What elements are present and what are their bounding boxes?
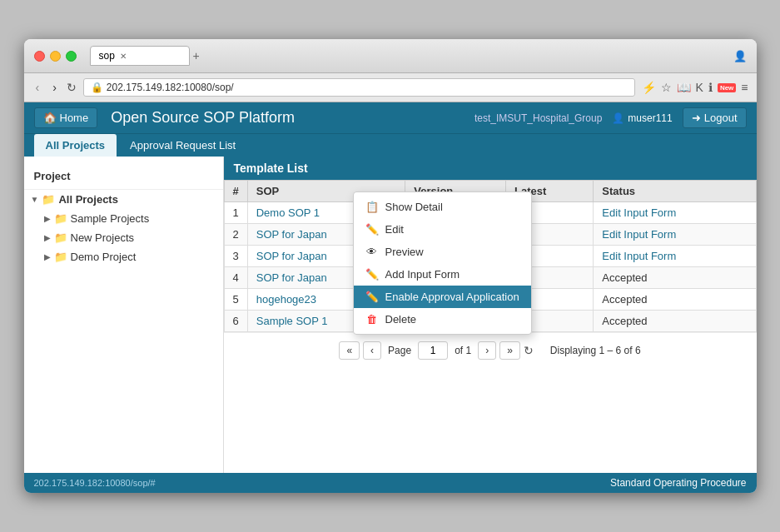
context-menu-item[interactable]: ✏️ Enable Approval Application bbox=[354, 286, 531, 308]
tab-approval-request[interactable]: Approval Request List bbox=[118, 134, 247, 157]
folder-icon: 📁 bbox=[42, 193, 55, 206]
maximize-button[interactable] bbox=[66, 51, 77, 62]
tree-item-sample-projects[interactable]: ▶ 📁 Sample Projects bbox=[24, 209, 223, 228]
close-button[interactable] bbox=[34, 51, 45, 62]
status-url: 202.175.149.182:10080/sop/# bbox=[34, 478, 156, 488]
app-header: 🏠 Home Open Source SOP Platform test_IMS… bbox=[24, 102, 757, 157]
group-name: test_IMSUT_Hospital_Group bbox=[474, 112, 602, 124]
user-name-display: 👤 muser111 bbox=[612, 112, 672, 124]
context-menu-item[interactable]: 🗑 Delete bbox=[354, 308, 531, 331]
logout-button[interactable]: ➜ Logout bbox=[683, 107, 747, 128]
status-label: Standard Operating Procedure bbox=[610, 477, 746, 489]
menu-item-icon: ✏️ bbox=[365, 268, 379, 281]
title-bar: sop ✕ + 👤 bbox=[24, 39, 757, 73]
page-label: Page bbox=[388, 345, 411, 356]
display-info: Displaying 1 – 6 of 6 bbox=[550, 345, 641, 356]
folder-icon-demo: 📁 bbox=[54, 251, 67, 263]
address-bar: ‹ › ↻ 🔒 202.175.149.182:10080/sop/ ⚡ ☆ 📖… bbox=[24, 73, 757, 102]
col-num: # bbox=[224, 181, 247, 202]
kaspersky-icon[interactable]: K bbox=[696, 81, 703, 94]
tab-close-icon[interactable]: ✕ bbox=[120, 52, 127, 61]
main-content: Project ▼ 📁 All Projects ▶ 📁 Sample Proj… bbox=[24, 157, 757, 473]
menu-item-icon: ✏️ bbox=[365, 291, 379, 303]
star-icon[interactable]: ☆ bbox=[661, 81, 672, 94]
menu-item-icon: 👁 bbox=[365, 246, 379, 258]
user-icon-title: 👤 bbox=[733, 50, 747, 62]
menu-icon[interactable]: ≡ bbox=[741, 81, 748, 94]
tab-title: sop bbox=[99, 50, 115, 62]
context-menu-item[interactable]: ✏️ Edit bbox=[354, 218, 531, 241]
new-badge: New bbox=[718, 83, 736, 92]
refresh-icon[interactable]: ↻ bbox=[524, 344, 534, 357]
menu-item-label: Enable Approval Application bbox=[385, 291, 519, 303]
context-menu-item[interactable]: 👁 Preview bbox=[354, 241, 531, 263]
menu-item-label: Show Detail bbox=[385, 201, 443, 213]
toolbar-icons: ⚡ ☆ 📖 K ℹ New ≡ bbox=[642, 81, 748, 94]
home-icon: 🏠 bbox=[43, 112, 57, 124]
home-button[interactable]: 🏠 Home bbox=[34, 107, 98, 128]
logout-icon: ➜ bbox=[692, 112, 701, 124]
cell-num: 5 bbox=[224, 289, 247, 311]
first-page-button[interactable]: « bbox=[339, 341, 360, 360]
folder-icon-sample: 📁 bbox=[54, 212, 67, 225]
tab-bar: sop ✕ + bbox=[90, 46, 727, 66]
cell-status[interactable]: Accepted bbox=[594, 289, 756, 311]
tree-item-all-projects[interactable]: ▼ 📁 All Projects bbox=[24, 190, 223, 209]
menu-item-icon: 🗑 bbox=[365, 313, 379, 326]
cell-status[interactable]: Edit Input Form bbox=[594, 246, 756, 267]
cell-num: 3 bbox=[224, 246, 247, 267]
traffic-lights bbox=[34, 51, 77, 62]
cell-status[interactable]: Edit Input Form bbox=[594, 202, 756, 224]
menu-item-label: Preview bbox=[385, 246, 424, 258]
tree-arrow-right-demo: ▶ bbox=[44, 252, 51, 261]
cell-status[interactable]: Accepted bbox=[594, 311, 756, 332]
app-nav: 🏠 Home Open Source SOP Platform test_IMS… bbox=[24, 102, 757, 133]
menu-item-icon: 📋 bbox=[365, 201, 379, 213]
cell-status[interactable]: Accepted bbox=[594, 267, 756, 289]
lock-icon: 🔒 bbox=[91, 82, 103, 93]
browser-window: sop ✕ + 👤 ‹ › ↻ 🔒 202.175.149.182:10080/… bbox=[24, 39, 757, 493]
context-menu-item[interactable]: 📋 Show Detail bbox=[354, 196, 531, 218]
cell-num: 4 bbox=[224, 267, 247, 289]
context-menu-item[interactable]: ✏️ Add Input Form bbox=[354, 263, 531, 286]
new-tab-button[interactable]: + bbox=[193, 49, 200, 62]
prev-page-button[interactable]: ‹ bbox=[363, 341, 381, 360]
page-input[interactable] bbox=[418, 341, 448, 360]
url-field[interactable]: 🔒 202.175.149.182:10080/sop/ bbox=[83, 78, 635, 97]
menu-item-label: Edit bbox=[385, 223, 404, 236]
url-text: 202.175.149.182:10080/sop/ bbox=[107, 82, 234, 93]
status-bar: 202.175.149.182:10080/sop/# Standard Ope… bbox=[24, 473, 757, 493]
tab-navigation: All Projects Approval Request List bbox=[24, 133, 757, 157]
sidebar-header: Project bbox=[24, 167, 223, 190]
folder-icon-new: 📁 bbox=[54, 231, 67, 244]
info-icon[interactable]: ℹ bbox=[708, 81, 713, 94]
tab-all-projects[interactable]: All Projects bbox=[34, 134, 117, 157]
content-header: Template List bbox=[224, 157, 757, 180]
pagination: « ‹ Page of 1 › » ↻ Displaying 1 – 6 of … bbox=[224, 332, 757, 368]
bookmark-icon[interactable]: 📖 bbox=[677, 81, 691, 94]
app-title: Open Source SOP Platform bbox=[111, 109, 461, 127]
last-page-button[interactable]: » bbox=[499, 341, 520, 360]
reload-button[interactable]: ↻ bbox=[67, 81, 77, 94]
user-info: test_IMSUT_Hospital_Group 👤 muser111 ➜ L… bbox=[474, 107, 747, 128]
cell-status[interactable]: Edit Input Form bbox=[594, 224, 756, 246]
tree-arrow-down: ▼ bbox=[31, 195, 39, 204]
tree-item-demo-project[interactable]: ▶ 📁 Demo Project bbox=[24, 247, 223, 266]
forward-button[interactable]: › bbox=[49, 79, 60, 96]
tree-arrow-right-new: ▶ bbox=[44, 233, 51, 242]
menu-item-label: Add Input Form bbox=[385, 268, 460, 281]
menu-item-label: Delete bbox=[385, 313, 417, 326]
content-area: Template List # SOP Version Latest Statu… bbox=[224, 157, 757, 473]
extension-icon[interactable]: ⚡ bbox=[642, 81, 656, 94]
page-of: of 1 bbox=[455, 345, 471, 356]
tree-item-new-projects[interactable]: ▶ 📁 New Projects bbox=[24, 228, 223, 247]
back-button[interactable]: ‹ bbox=[32, 79, 43, 96]
next-page-button[interactable]: › bbox=[478, 341, 496, 360]
user-icon: 👤 bbox=[612, 112, 624, 124]
sidebar: Project ▼ 📁 All Projects ▶ 📁 Sample Proj… bbox=[24, 157, 224, 473]
context-menu: 📋 Show Detail ✏️ Edit 👁 Preview ✏️ Add I… bbox=[353, 191, 532, 335]
cell-num: 1 bbox=[224, 202, 247, 224]
minimize-button[interactable] bbox=[50, 51, 61, 62]
cell-num: 6 bbox=[224, 311, 247, 332]
browser-tab[interactable]: sop ✕ bbox=[90, 46, 190, 66]
